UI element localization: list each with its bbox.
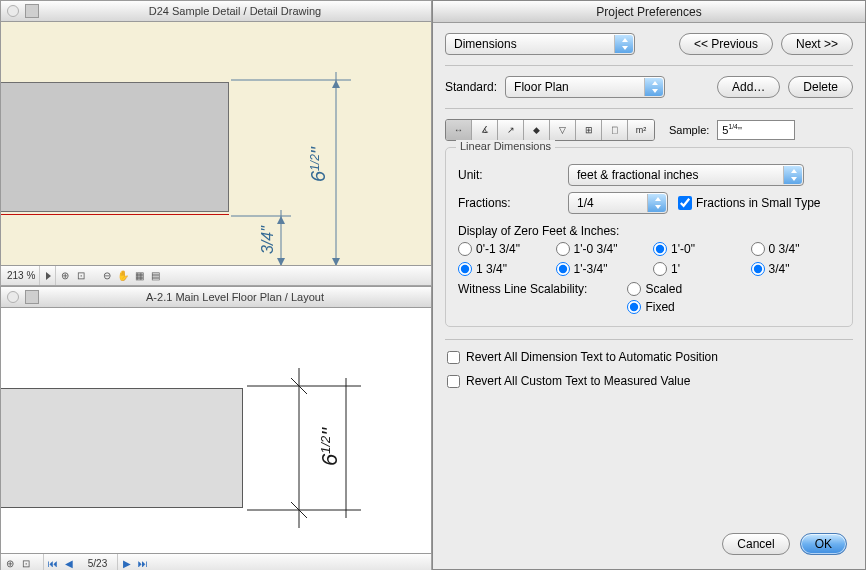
settings-icon[interactable]: ▤: [148, 269, 162, 283]
dialog-title: Project Preferences: [433, 1, 865, 23]
previous-button[interactable]: << Previous: [679, 33, 773, 55]
fractions-select[interactable]: 1/4: [568, 192, 668, 214]
area-dim-icon[interactable]: m²: [628, 120, 654, 140]
rad-5[interactable]: 1'-3/4": [556, 262, 646, 276]
zoom-fit-icon[interactable]: ⊡: [19, 557, 33, 571]
revert-measured-checkbox[interactable]: Revert All Custom Text to Measured Value: [447, 374, 853, 388]
sill-dim-icon[interactable]: ⊞: [576, 120, 602, 140]
add-button[interactable]: Add…: [717, 76, 780, 98]
rad-2[interactable]: 1'-0": [653, 242, 743, 256]
linear-dimensions-group: Linear Dimensions Unit: feet & fractiona…: [445, 147, 853, 327]
angular-dim-icon[interactable]: ∡: [472, 120, 498, 140]
standard-select[interactable]: Floor Plan: [505, 76, 665, 98]
layout-window-title: A-2.1 Main Level Floor Plan / Layout: [45, 291, 425, 303]
dimension-overlay: 61/2" 3/4": [1, 22, 431, 266]
dimension-type-segmented[interactable]: ↔ ∡ ↗ ◆ ▽ ⊞ ⎕ m²: [445, 119, 655, 141]
unit-select[interactable]: feet & fractional inches: [568, 164, 804, 186]
next-page-icon[interactable]: ▶: [120, 557, 134, 571]
witness-fixed[interactable]: Fixed: [627, 300, 682, 314]
rad-6[interactable]: 1': [653, 262, 743, 276]
linear-dim-icon[interactable]: ↔: [446, 120, 472, 140]
rad-7[interactable]: 3/4": [751, 262, 841, 276]
hand-icon[interactable]: ✋: [116, 269, 130, 283]
layout-window-titlebar[interactable]: A-2.1 Main Level Floor Plan / Layout: [0, 286, 432, 308]
fractions-small-checkbox[interactable]: Fractions in Small Type: [678, 196, 821, 210]
detail-window-title: D24 Sample Detail / Detail Drawing: [45, 5, 425, 17]
grid-icon[interactable]: ▦: [132, 269, 146, 283]
witness-label: Witness Line Scalability:: [458, 282, 587, 314]
next-button[interactable]: Next >>: [781, 33, 853, 55]
close-icon[interactable]: [7, 291, 19, 303]
rad-3[interactable]: 0 3/4": [751, 242, 841, 256]
zoom-out-icon[interactable]: ⊖: [100, 269, 114, 283]
delete-button[interactable]: Delete: [788, 76, 853, 98]
cancel-button[interactable]: Cancel: [722, 533, 789, 555]
close-icon[interactable]: [7, 5, 19, 17]
document-icon: [25, 4, 39, 18]
zoom-menu-icon[interactable]: [46, 272, 51, 280]
zero-display-radios: 0'-1 3/4" 1'-0 3/4" 1'-0" 0 3/4" 1 3/4" …: [458, 242, 840, 276]
layout-drawing-canvas[interactable]: 61/2": [0, 308, 432, 554]
witness-scaled[interactable]: Scaled: [627, 282, 682, 296]
svg-text:61/2": 61/2": [317, 427, 342, 466]
last-page-icon[interactable]: ⏭: [136, 557, 150, 571]
zero-display-label: Display of Zero Feet & Inches:: [458, 224, 840, 238]
elevation-dim-icon[interactable]: ▽: [550, 120, 576, 140]
layout-statusbar: ⊕ ⊡ ⏮ ◀ 5/23 ▶ ⏭: [0, 554, 432, 570]
project-preferences-dialog: Project Preferences Dimensions << Previo…: [432, 0, 866, 570]
page-indicator: 5/23: [78, 554, 118, 570]
rad-4[interactable]: 1 3/4": [458, 262, 548, 276]
zoom-in-icon[interactable]: ⊕: [3, 557, 17, 571]
rad-1[interactable]: 1'-0 3/4": [556, 242, 646, 256]
unit-label: Unit:: [458, 168, 558, 182]
radial-dim-icon[interactable]: ↗: [498, 120, 524, 140]
zoom-value[interactable]: 213 %: [3, 266, 40, 285]
zoom-in-icon[interactable]: ⊕: [58, 269, 72, 283]
detail-statusbar: 213 % ⊕ ⊡ ⊖ ✋ ▦ ▤: [0, 266, 432, 286]
section-select[interactable]: Dimensions: [445, 33, 635, 55]
standard-label: Standard:: [445, 80, 497, 94]
ok-button[interactable]: OK: [800, 533, 847, 555]
zoom-fit-icon[interactable]: ⊡: [74, 269, 88, 283]
fractions-small-input[interactable]: [678, 196, 692, 210]
sample-label: Sample:: [669, 124, 709, 136]
sample-value: 51/4": [717, 120, 795, 140]
prev-page-icon[interactable]: ◀: [62, 557, 76, 571]
svg-text:61/2": 61/2": [307, 146, 329, 182]
revert-auto-checkbox[interactable]: Revert All Dimension Text to Automatic P…: [447, 350, 853, 364]
dimension-overlay: 61/2": [1, 308, 431, 554]
first-page-icon[interactable]: ⏮: [46, 557, 60, 571]
door-dim-icon[interactable]: ⎕: [602, 120, 628, 140]
document-icon: [25, 290, 39, 304]
group-legend: Linear Dimensions: [456, 140, 555, 152]
rad-0[interactable]: 0'-1 3/4": [458, 242, 548, 256]
svg-text:3/4": 3/4": [259, 225, 276, 254]
detail-window-titlebar[interactable]: D24 Sample Detail / Detail Drawing: [0, 0, 432, 22]
level-dim-icon[interactable]: ◆: [524, 120, 550, 140]
detail-drawing-canvas[interactable]: 61/2" 3/4": [0, 22, 432, 266]
left-windows: D24 Sample Detail / Detail Drawing 61/2"…: [0, 0, 432, 570]
fractions-label: Fractions:: [458, 196, 558, 210]
